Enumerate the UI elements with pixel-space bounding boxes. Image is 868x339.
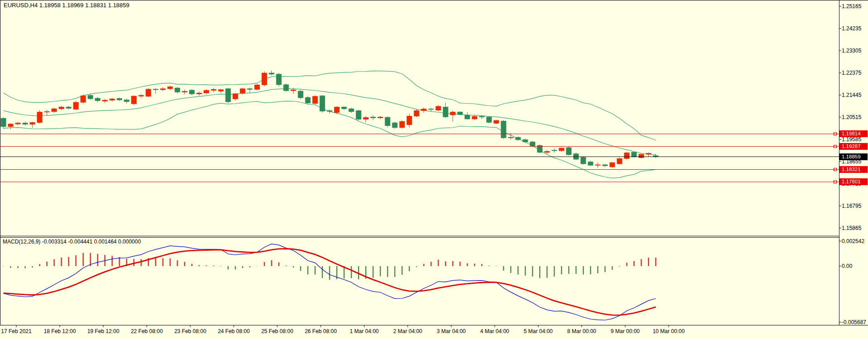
candle-body [124,100,129,102]
candle-body [117,99,122,100]
macd-axis-label: 0.002542 [842,238,864,244]
candle-body [458,112,463,115]
macd-main-line [4,244,656,320]
time-axis-label: 5 Mar 04:00 [524,328,553,334]
time-axis-label: 8 Mar 00:00 [567,328,596,334]
time-axis-label: 23 Feb 08:00 [174,328,207,334]
candle-body [443,107,448,117]
time-axis-label: 24 Feb 08:00 [218,328,250,334]
candle-body [262,73,267,85]
macd-indicator-label: MACD(12,26,9) -0.003314 -0.004441 0.0014… [3,239,141,245]
candle-body [530,142,535,146]
candle-body [233,94,238,99]
candle-body [327,110,332,111]
chart-canvas[interactable] [0,0,868,339]
candle-body [30,123,35,124]
candle-body [8,124,13,127]
candle-body [218,90,223,91]
price-axis-label: 1.25165 [842,3,861,10]
candle-body [255,85,260,90]
candle-body [23,123,28,124]
candle-body [320,96,325,111]
candle-body [624,153,629,159]
candle-body [552,150,557,151]
main-chart-plot[interactable] [1,70,658,178]
candle-body [400,121,405,128]
time-axis-label: 25 Feb 08:00 [261,328,294,334]
candle-body [276,74,281,85]
candle-body [226,89,231,102]
candle-body [429,109,434,110]
candle-body [356,110,361,119]
candle-body [247,89,252,90]
candle-body [95,98,100,100]
candle-body [313,96,318,104]
candle-body [363,118,368,119]
time-axis-label: 10 Mar 00:00 [653,328,685,334]
macd-axis-label: -0.005687 [842,319,866,325]
candle-body [646,153,651,154]
candle-body [465,115,470,119]
candle-body [168,87,173,89]
candle-body [559,148,564,151]
time-axis-label: 17 Feb 2021 [1,328,31,334]
time-axis-label: 1 Mar 04:00 [350,328,379,334]
candle-body [15,123,20,124]
candle-body [632,152,637,157]
time-axis-label: 2 Mar 04:00 [393,328,422,334]
candle-body [110,99,115,100]
candle-body [508,137,513,138]
candle-body [349,109,354,111]
candle-body [523,140,528,142]
candle-body [204,91,209,93]
candle-body [378,117,383,118]
candle-body [581,158,586,164]
candle-body [139,95,144,96]
candle-body [298,91,303,98]
time-axis-label: 19 Feb 12:00 [87,328,120,334]
candle-body [182,91,187,92]
candle-body [487,117,492,123]
candle-body [88,95,93,99]
candle-body [617,158,622,164]
candle-body [450,112,455,115]
candle-body [501,121,506,138]
candle-body [407,116,412,125]
hline-price-badge: 1.19287 [839,143,868,150]
candle-body [52,109,57,111]
price-axis-label: 1.23305 [842,48,861,54]
macd-plot[interactable] [4,244,656,320]
candle-body [595,165,600,165]
candle-body [153,89,158,90]
current-price-badge: 1.18859 [839,153,868,160]
price-axis-label: 1.20515 [842,114,861,120]
candle-body [334,107,339,113]
candle-body [588,162,593,165]
trading-chart-window: EURUSD,H4 1.18958 1.18969 1.18831 1.1885… [0,0,868,339]
macd-signal-line [4,248,656,315]
candle-body [175,88,180,92]
candle-body [1,118,6,126]
price-axis-label: 1.16795 [842,203,861,209]
candle-body [392,123,397,128]
price-axis-label: 1.22375 [842,70,861,76]
hline-price-badge: 1.19814 [839,130,868,137]
candle-body [240,89,245,93]
candle-body [189,90,194,94]
candle-body [160,89,165,90]
candle-body [44,112,49,112]
candle-body [211,90,216,91]
hline-price-badge: 1.18321 [839,166,868,173]
candle-body [371,117,376,118]
candle-body [342,107,347,109]
candle-body [610,162,615,167]
price-axis-label: 1.21445 [842,92,861,98]
candle-body [291,90,296,91]
time-axis-label: 3 Mar 04:00 [437,328,466,334]
chart-title-ohlc: EURUSD,H4 1.18958 1.18969 1.18831 1.1885… [4,2,130,9]
candle-body [516,137,521,139]
candle-body [102,100,107,101]
candle-body [436,106,441,110]
candle-body [269,73,274,74]
price-axis-label: 1.24235 [842,25,861,32]
